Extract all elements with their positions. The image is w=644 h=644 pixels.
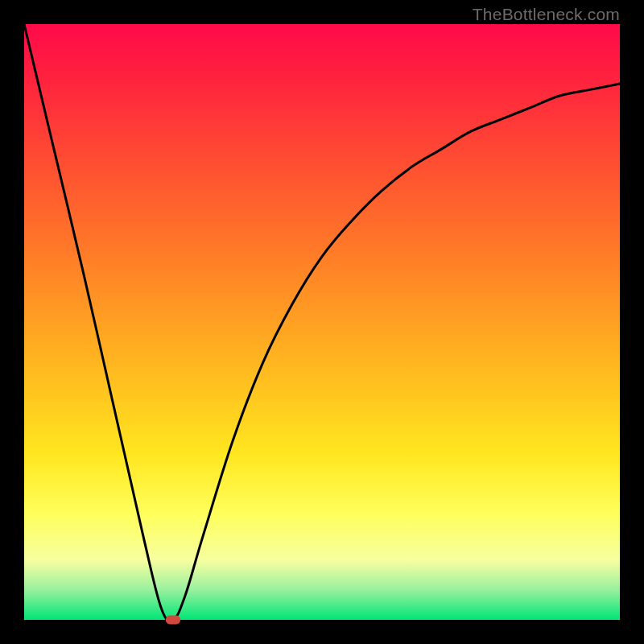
plot-area	[24, 24, 620, 620]
curve-svg	[24, 24, 620, 620]
bottleneck-curve	[24, 24, 620, 620]
chart-frame: TheBottleneck.com	[0, 0, 644, 644]
watermark-text: TheBottleneck.com	[473, 5, 620, 24]
min-marker	[166, 616, 180, 625]
